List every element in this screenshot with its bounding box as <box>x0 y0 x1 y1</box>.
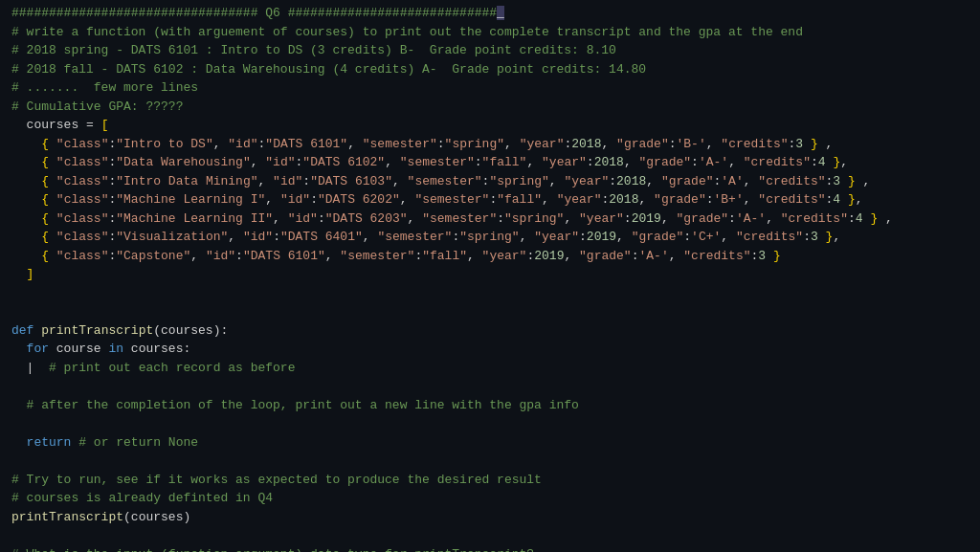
line-15: ] <box>0 265 980 284</box>
code-editor: ################################# Q6 ###… <box>0 0 980 552</box>
line-16 <box>0 284 980 303</box>
line-21 <box>0 377 980 396</box>
line-12: { "class":"Machine Learning II", "id":"D… <box>0 210 980 229</box>
line-18: def printTranscript(courses): <box>0 321 980 341</box>
line-28: printTranscript(courses) <box>0 508 980 527</box>
line-26: # Try to run, see if it works as expecte… <box>0 471 980 490</box>
line-3: # 2018 spring - DATS 6101 : Intro to DS … <box>0 41 980 60</box>
line-29 <box>0 526 980 545</box>
line-23 <box>0 414 980 433</box>
line-25 <box>0 452 980 471</box>
line-7: courses = [ <box>0 116 980 135</box>
line-14: { "class":"Capstone", "id":"DATS 6101", … <box>0 247 980 266</box>
line-1: ################################# Q6 ###… <box>0 4 980 23</box>
line-19: for course in courses: <box>0 340 980 359</box>
line-24: return # or return None <box>0 433 980 453</box>
line-10: { "class":"Intro Data Mining", "id":"DAT… <box>0 172 980 191</box>
line-5: # ....... few more lines <box>0 78 980 98</box>
line-8: { "class":"Intro to DS", "id":"DATS 6101… <box>0 135 980 154</box>
line-22: # after the completion of the loop, prin… <box>0 396 980 415</box>
line-4: # 2018 fall - DATS 6102 : Data Warehousi… <box>0 60 980 79</box>
line-9: { "class":"Data Warehousing", "id":"DATS… <box>0 153 980 172</box>
line-11: { "class":"Machine Learning I", "id":"DA… <box>0 190 980 210</box>
line-27: # courses is already definted in Q4 <box>0 489 980 508</box>
line-13: { "class":"Visualization", "id":"DATS 64… <box>0 228 980 247</box>
line-6: # Cumulative GPA: ????? <box>0 98 980 117</box>
line-2: # write a function (with arguement of co… <box>0 23 980 42</box>
line-17 <box>0 302 980 321</box>
line-30: # What is the input (function argument) … <box>0 545 980 553</box>
line-20: | # print out each record as before <box>0 359 980 378</box>
